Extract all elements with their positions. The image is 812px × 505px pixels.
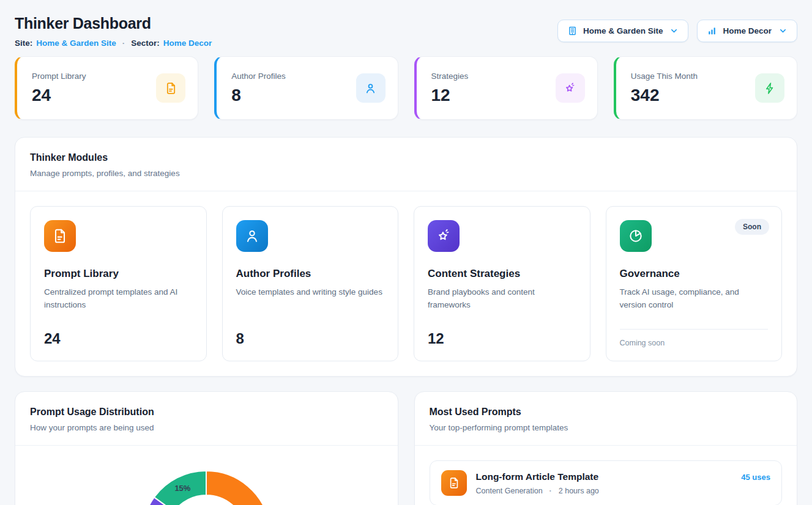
stat-card-usage: Usage This Month 342	[614, 56, 797, 120]
module-card-author-profiles[interactable]: Author Profiles Voice templates and writ…	[222, 206, 399, 361]
stat-label: Usage This Month	[631, 72, 698, 81]
star-icon	[428, 220, 460, 252]
chevron-down-icon	[778, 26, 788, 35]
module-description: Voice templates and writing style guides	[236, 286, 385, 299]
bar-chart-icon	[707, 26, 717, 36]
prompt-time: 2 hours ago	[559, 487, 599, 495]
building-icon	[567, 26, 578, 36]
module-description: Centralized prompt templates and AI inst…	[44, 286, 193, 312]
stat-card-strategies: Strategies 12	[414, 56, 598, 120]
module-count: 8	[236, 330, 385, 347]
uses-badge: 45 uses	[741, 473, 770, 482]
module-description: Track AI usage, compliance, and version …	[620, 286, 769, 312]
prompt-item-main: Long-form Article Template Content Gener…	[476, 470, 732, 495]
site-selector-label: Home & Garden Site	[583, 26, 663, 35]
stat-text: Prompt Library 24	[32, 72, 86, 105]
dot-separator: ·	[547, 487, 554, 495]
chevron-down-icon	[669, 26, 679, 35]
panel-title: Prompt Usage Distribution	[30, 407, 383, 418]
site-label: Site:	[15, 39, 32, 48]
panel-subtitle: How your prompts are being used	[30, 423, 383, 432]
sector-link[interactable]: Home Decor	[163, 39, 212, 48]
user-icon	[236, 220, 268, 252]
donut-slice-segment-1	[206, 471, 270, 505]
page-title: Thinker Dashboard	[15, 15, 212, 32]
modules-grid: Prompt Library Centralized prompt templa…	[15, 191, 797, 376]
module-card-governance: Soon Governance Track AI usage, complian…	[606, 206, 783, 361]
user-icon	[356, 73, 386, 103]
stat-text: Author Profiles 8	[231, 72, 286, 105]
chart-slice-label: 15%	[174, 484, 190, 493]
prompt-title: Long-form Article Template	[476, 471, 732, 482]
coming-soon-label: Coming soon	[620, 339, 769, 347]
bolt-icon	[755, 73, 784, 103]
module-card-prompt-library[interactable]: Prompt Library Centralized prompt templa…	[30, 206, 207, 361]
stat-value: 8	[231, 86, 286, 105]
panel-title: Thinker Modules	[30, 152, 782, 163]
stat-value: 24	[32, 86, 86, 105]
module-description: Brand playbooks and content frameworks	[428, 286, 576, 312]
module-title: Prompt Library	[44, 268, 193, 280]
site-link[interactable]: Home & Garden Site	[36, 39, 116, 48]
panel-subtitle: Manage prompts, profiles, and strategies	[30, 169, 782, 178]
divider	[620, 329, 769, 330]
module-count: 12	[428, 330, 576, 347]
stat-value: 342	[631, 86, 698, 105]
document-icon	[156, 73, 185, 103]
sector-selector-label: Home Decor	[723, 26, 772, 35]
stat-value: 12	[431, 86, 469, 105]
stats-row: Prompt Library 24 Author Profiles 8	[15, 56, 797, 120]
site-selector-button[interactable]: Home & Garden Site	[557, 20, 689, 42]
prompt-list: Long-form Article Template Content Gener…	[415, 446, 797, 505]
bottom-grid: Prompt Usage Distribution How your promp…	[15, 391, 797, 505]
pie-chart-icon	[620, 220, 652, 252]
stat-card-author-profiles: Author Profiles 8	[214, 56, 398, 120]
panel-head: Prompt Usage Distribution How your promp…	[15, 392, 398, 445]
dashboard-page: Thinker Dashboard Site: Home & Garden Si…	[0, 0, 812, 505]
sector-label: Sector:	[131, 39, 160, 48]
panel-head: Most Used Prompts Your top-performing pr…	[415, 392, 797, 445]
document-icon	[441, 470, 467, 496]
chart-area: 15%	[15, 446, 398, 505]
module-title: Governance	[620, 268, 769, 280]
most-used-prompts-card: Most Used Prompts Your top-performing pr…	[414, 391, 798, 505]
prompt-meta: Content Generation · 2 hours ago	[476, 487, 732, 495]
stat-label: Prompt Library	[32, 72, 86, 81]
top-bar: Thinker Dashboard Site: Home & Garden Si…	[15, 15, 797, 48]
soon-badge: Soon	[735, 219, 769, 235]
module-count: 24	[44, 330, 193, 347]
top-bar-actions: Home & Garden Site Home Decor	[557, 20, 797, 42]
dot-separator: ·	[120, 39, 128, 48]
prompt-list-item[interactable]: Long-form Article Template Content Gener…	[430, 460, 783, 505]
module-title: Content Strategies	[428, 268, 576, 280]
title-block: Thinker Dashboard Site: Home & Garden Si…	[15, 15, 212, 48]
module-card-content-strategies[interactable]: Content Strategies Brand playbooks and c…	[414, 206, 590, 361]
donut-chart: 15%	[15, 446, 398, 505]
stat-label: Strategies	[431, 72, 469, 81]
stat-text: Usage This Month 342	[631, 72, 698, 105]
panel-subtitle: Your top-performing prompt templates	[430, 423, 783, 432]
document-icon	[44, 220, 76, 252]
breadcrumb: Site: Home & Garden Site · Sector: Home …	[15, 39, 212, 48]
stat-text: Strategies 12	[431, 72, 469, 105]
panel-title: Most Used Prompts	[430, 407, 783, 418]
thinker-modules-panel: Thinker Modules Manage prompts, profiles…	[15, 137, 797, 377]
stat-label: Author Profiles	[231, 72, 286, 81]
sector-selector-button[interactable]: Home Decor	[697, 20, 797, 42]
stat-card-prompt-library: Prompt Library 24	[15, 56, 198, 120]
module-title: Author Profiles	[236, 268, 385, 280]
usage-distribution-card: Prompt Usage Distribution How your promp…	[15, 391, 398, 505]
panel-head: Thinker Modules Manage prompts, profiles…	[15, 138, 797, 191]
star-icon	[556, 73, 585, 103]
prompt-category: Content Generation	[476, 487, 543, 495]
